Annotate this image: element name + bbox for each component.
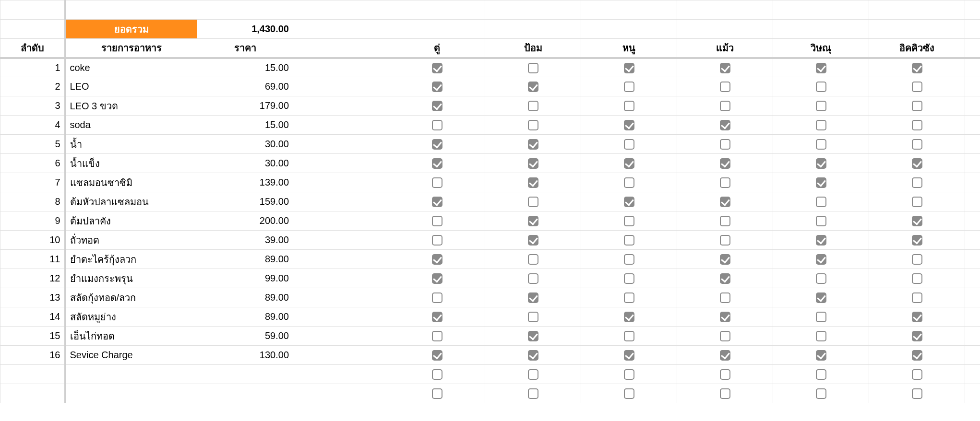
check-cell[interactable] — [869, 250, 965, 269]
checkbox[interactable] — [816, 273, 826, 284]
check-cell[interactable] — [677, 77, 773, 96]
check-cell[interactable] — [389, 211, 485, 231]
item-cell[interactable]: แซลมอนซาซิมิ — [65, 173, 197, 192]
item-cell[interactable]: ยำตะไคร้กุ้งลวก — [65, 250, 197, 269]
item-cell[interactable]: coke — [65, 58, 197, 77]
check-cell[interactable] — [485, 173, 581, 192]
checkbox[interactable] — [720, 158, 730, 169]
cell[interactable] — [677, 0, 773, 20]
seq-cell[interactable]: 3 — [0, 96, 65, 116]
check-cell[interactable] — [581, 365, 677, 384]
checkbox[interactable] — [432, 292, 442, 303]
checkbox[interactable] — [816, 63, 826, 73]
check-cell[interactable] — [677, 96, 773, 116]
checkbox[interactable] — [912, 254, 922, 265]
checkbox[interactable] — [816, 254, 826, 265]
check-cell[interactable] — [581, 327, 677, 346]
checkbox[interactable] — [432, 216, 442, 226]
cell[interactable] — [293, 173, 389, 192]
cell[interactable] — [965, 135, 980, 154]
check-cell[interactable] — [677, 192, 773, 211]
check-cell[interactable] — [869, 346, 965, 365]
price-cell[interactable]: 99.00 — [197, 269, 293, 288]
checkbox[interactable] — [624, 139, 634, 150]
checkbox[interactable] — [816, 331, 826, 341]
check-cell[interactable] — [389, 327, 485, 346]
checkbox[interactable] — [432, 388, 442, 399]
checkbox[interactable] — [432, 350, 442, 361]
check-cell[interactable] — [485, 77, 581, 96]
checkbox[interactable] — [624, 388, 634, 399]
checkbox[interactable] — [528, 235, 538, 246]
cell[interactable] — [869, 20, 965, 39]
checkbox[interactable] — [912, 158, 922, 169]
price-cell[interactable]: 200.00 — [197, 211, 293, 231]
checkbox[interactable] — [624, 63, 634, 73]
check-cell[interactable] — [389, 269, 485, 288]
seq-cell[interactable]: 10 — [0, 231, 65, 250]
checkbox[interactable] — [816, 139, 826, 150]
cell[interactable] — [773, 20, 869, 39]
checkbox[interactable] — [720, 331, 730, 341]
check-cell[interactable] — [485, 288, 581, 307]
checkbox[interactable] — [816, 177, 826, 188]
cell[interactable] — [293, 58, 389, 77]
check-cell[interactable] — [869, 231, 965, 250]
check-cell[interactable] — [581, 77, 677, 96]
cell[interactable] — [485, 0, 581, 20]
checkbox[interactable] — [432, 139, 442, 150]
checkbox[interactable] — [528, 369, 538, 380]
item-cell[interactable]: น้ำแข็ง — [65, 154, 197, 173]
check-cell[interactable] — [389, 77, 485, 96]
check-cell[interactable] — [389, 116, 485, 135]
checkbox[interactable] — [528, 388, 538, 399]
check-cell[interactable] — [485, 231, 581, 250]
check-cell[interactable] — [389, 154, 485, 173]
checkbox[interactable] — [912, 82, 922, 92]
cell[interactable] — [389, 0, 485, 20]
checkbox[interactable] — [432, 120, 442, 130]
cell[interactable] — [965, 231, 980, 250]
checkbox[interactable] — [432, 63, 442, 73]
checkbox[interactable] — [912, 273, 922, 284]
cell[interactable] — [293, 39, 389, 58]
check-cell[interactable] — [389, 231, 485, 250]
check-cell[interactable] — [485, 250, 581, 269]
checkbox[interactable] — [912, 369, 922, 380]
check-cell[interactable] — [389, 135, 485, 154]
check-cell[interactable] — [869, 77, 965, 96]
check-cell[interactable] — [869, 307, 965, 327]
cell[interactable] — [197, 0, 293, 20]
check-cell[interactable] — [581, 307, 677, 327]
check-cell[interactable] — [581, 211, 677, 231]
check-cell[interactable] — [485, 192, 581, 211]
price-cell[interactable]: 89.00 — [197, 307, 293, 327]
checkbox[interactable] — [720, 235, 730, 246]
cell[interactable] — [293, 384, 389, 403]
check-cell[interactable] — [677, 211, 773, 231]
checkbox[interactable] — [528, 120, 538, 130]
cell[interactable] — [965, 250, 980, 269]
checkbox[interactable] — [720, 388, 730, 399]
check-cell[interactable] — [677, 269, 773, 288]
check-cell[interactable] — [773, 365, 869, 384]
checkbox[interactable] — [432, 101, 442, 111]
cell[interactable] — [965, 192, 980, 211]
checkbox[interactable] — [720, 312, 730, 322]
seq-cell[interactable]: 14 — [0, 307, 65, 327]
checkbox[interactable] — [720, 101, 730, 111]
cell[interactable] — [0, 384, 65, 403]
check-cell[interactable] — [581, 269, 677, 288]
price-cell[interactable]: 179.00 — [197, 96, 293, 116]
check-cell[interactable] — [773, 96, 869, 116]
checkbox[interactable] — [528, 254, 538, 265]
cell[interactable] — [965, 384, 980, 403]
cell[interactable] — [0, 365, 65, 384]
checkbox[interactable] — [624, 216, 634, 226]
checkbox[interactable] — [816, 292, 826, 303]
check-cell[interactable] — [773, 173, 869, 192]
seq-cell[interactable]: 15 — [0, 327, 65, 346]
price-cell[interactable]: 139.00 — [197, 173, 293, 192]
check-cell[interactable] — [677, 58, 773, 77]
check-cell[interactable] — [389, 288, 485, 307]
